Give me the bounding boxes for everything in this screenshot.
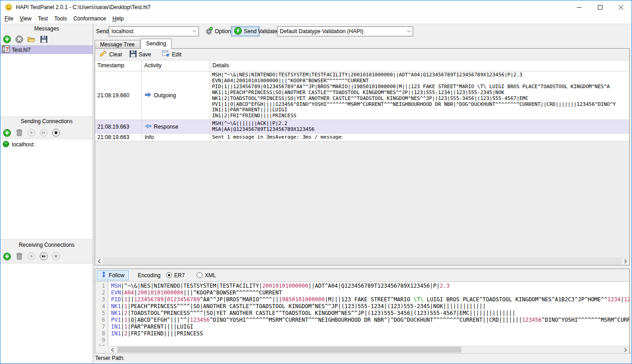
log-activity: Response	[142, 120, 210, 133]
scroll-right-icon[interactable]	[622, 346, 629, 353]
delete-receiving-connection-button[interactable]	[15, 252, 24, 261]
add-message-button[interactable]	[2, 35, 11, 44]
send-target-value: localhost:	[109, 28, 190, 35]
terser-path-bar: Terser Path:	[94, 353, 631, 363]
scroll-left-icon[interactable]	[108, 346, 116, 353]
editor-line[interactable]: NK1|1|PEACH^PRINCESS^^^^|SO|ANOTHER CAST…	[109, 303, 629, 310]
editor-line[interactable]	[109, 337, 629, 344]
tab-message-tree[interactable]: Message Tree	[95, 40, 140, 48]
delete-connection-button[interactable]	[15, 128, 24, 137]
follow-toggle-button[interactable]: Follow	[97, 270, 129, 280]
send-toolbar: Send localhost: Options Send Validate De…	[94, 24, 631, 39]
log-table-rows: 21:08:19.660OutgoingMSH|^~\&|NES|NINTEND…	[95, 71, 629, 257]
scroll-right-icon[interactable]	[622, 258, 629, 265]
start-receiving-connection-button[interactable]	[27, 252, 36, 261]
menu-tools[interactable]: Tools	[51, 14, 70, 24]
tab-sending[interactable]: Sending	[141, 39, 172, 49]
connection-item-label: localhost:	[12, 141, 35, 148]
save-file-button[interactable]	[39, 35, 48, 44]
menu-file[interactable]: File	[1, 14, 16, 24]
log-details: MSH|^~\&|NES|NINTENDO|TESTSYSTEM|TESTFAC…	[210, 71, 629, 120]
connection-item-localhost[interactable]: localhost:	[0, 140, 93, 149]
view-tabs: Message Tree Sending	[95, 39, 172, 48]
start-all-receiving-connections-button[interactable]	[39, 252, 48, 261]
editor-line[interactable]: EVN|A04|20010101000000|||^KOOPA^BOWSER^^…	[109, 289, 629, 296]
message-item-test-hl7[interactable]: H7 Test.hl7	[0, 45, 93, 54]
receiving-connections-title: Receiving Connections	[0, 241, 93, 249]
log-details: Sent 1 message in 3msAverage: 3ms / mess…	[210, 134, 629, 141]
table-row[interactable]: 21:08:19.663ResponseMSH|^~\&|||||||ACK||…	[95, 120, 629, 134]
send-icon	[234, 27, 242, 36]
validate-combobox[interactable]: Default Datatype Validation (HAPI)	[277, 26, 413, 36]
receiving-connections-toolbar	[2, 251, 93, 261]
hl7-editor[interactable]: 12345678910 MSH|^~\&|NES|NINTENDO|TESTSY…	[95, 281, 629, 346]
encoding-radio-xml[interactable]: XML	[197, 272, 216, 279]
send-button-label: Send	[244, 28, 257, 35]
edit-icon	[162, 50, 170, 59]
svg-text:7: 7	[6, 46, 9, 53]
log-details: MSH|^~\&|||||||ACK||P|2.2MSA|AA|Q1234567…	[210, 120, 629, 133]
start-all-connections-button[interactable]	[39, 128, 48, 137]
table-row[interactable]: 21:08:19.663InfoSent 1 message in 3msAve…	[95, 134, 629, 141]
encoding-radio-er7[interactable]: ER7	[166, 272, 185, 279]
line-number: 10	[95, 344, 108, 346]
encoding-label: Encoding	[138, 272, 161, 279]
table-row[interactable]: 21:08:19.660OutgoingMSH|^~\&|NES|NINTEND…	[95, 71, 629, 120]
send-button[interactable]: Send	[231, 26, 260, 37]
menu-conformance[interactable]: Conformance	[70, 14, 109, 24]
minimize-button[interactable]	[569, 0, 590, 14]
clear-button[interactable]: Clear	[97, 49, 125, 60]
sending-connections-toolbar	[2, 128, 93, 138]
column-header-details[interactable]: Details	[210, 60, 629, 71]
editor-horizontal-scrollbar[interactable]	[108, 346, 629, 353]
menu-view[interactable]: View	[16, 14, 35, 24]
save-log-button[interactable]: Save	[127, 50, 153, 60]
editor-line[interactable]: MSH|^~\&|NES|NINTENDO|TESTSYSTEM|TESTFAC…	[109, 283, 629, 289]
open-file-button[interactable]	[27, 35, 36, 44]
menu-help[interactable]: Help	[109, 14, 127, 24]
scroll-left-icon[interactable]	[95, 258, 103, 265]
log-activity-label: Outgoing	[154, 92, 176, 99]
editor-line[interactable]: PID|1||123456789|0123456789^AA^^JP|BROS^…	[109, 296, 629, 303]
encoding-radio-group: ER7XML	[166, 272, 216, 279]
app-smiley-icon	[5, 4, 12, 11]
broom-icon	[99, 50, 107, 59]
titlebar: HAPI TestPanel 2.0.1 - C:\Users\sarav\De…	[0, 0, 632, 14]
add-receiving-connection-button[interactable]	[2, 252, 11, 261]
log-timestamp: 21:08:19.663	[95, 134, 142, 141]
follow-arrows-icon	[101, 271, 106, 279]
line-number: 5	[95, 310, 108, 317]
close-button[interactable]	[611, 0, 632, 14]
column-header-timestamp[interactable]: Timestamp	[95, 60, 142, 71]
editor-line[interactable]: NK1|2|TOADSTOOL^PRINCESS^^^^|SO|YET ANOT…	[109, 310, 629, 317]
log-toolbar: Clear Save Edit	[95, 49, 629, 60]
column-header-activity[interactable]: Activity	[142, 60, 210, 71]
scrollbar-thumb[interactable]	[103, 258, 622, 264]
chevron-down-icon	[190, 30, 198, 33]
stop-receiving-connection-button[interactable]	[51, 252, 61, 261]
send-target-combobox[interactable]: localhost:	[109, 26, 199, 36]
gear-icon	[205, 27, 213, 36]
log-table-header: Timestamp Activity Details	[95, 60, 629, 71]
edit-button[interactable]: Edit	[160, 49, 184, 60]
editor-line[interactable]: IN1|2|FRI^FRIEND||||PRINCESS	[109, 330, 629, 337]
start-connection-button[interactable]	[27, 128, 36, 137]
maximize-button[interactable]	[590, 0, 611, 14]
stop-connection-button[interactable]	[51, 128, 61, 137]
editor-line[interactable]: PV1|1|O|ABCD^EFGH^|||^^|123456^DINO^YOSH…	[109, 317, 629, 324]
line-number: 3	[95, 296, 108, 303]
editor-line[interactable]: IN1|1|PAR^PARENT||||LUIGI	[109, 324, 629, 330]
hl7-file-icon: H7	[2, 45, 10, 54]
menu-test[interactable]: Test	[35, 14, 51, 24]
editor-toolbar: Follow Encoding ER7XML	[95, 269, 629, 281]
app-window: HAPI TestPanel 2.0.1 - C:\Users\sarav\De…	[0, 0, 632, 364]
close-message-button[interactable]	[15, 35, 24, 44]
radio-label: ER7	[174, 272, 185, 279]
log-activity-label: Response	[154, 124, 178, 130]
line-number: 7	[95, 324, 108, 330]
scrollbar-thumb[interactable]	[117, 347, 461, 353]
add-connection-button[interactable]	[2, 128, 11, 137]
sending-connections-list: localhost:	[0, 139, 93, 239]
line-number: 6	[95, 317, 108, 324]
log-horizontal-scrollbar[interactable]	[95, 257, 629, 265]
